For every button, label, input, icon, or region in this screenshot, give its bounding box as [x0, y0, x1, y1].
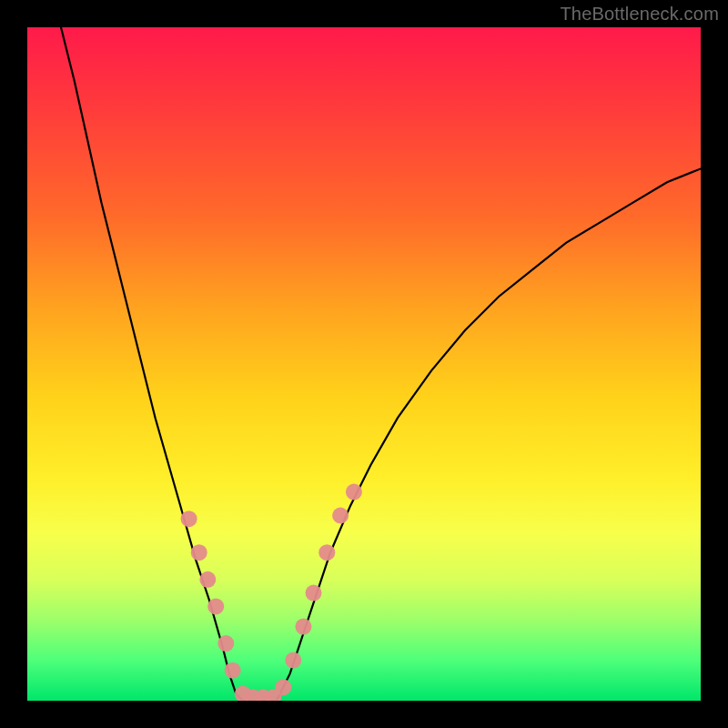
marker-dot: [217, 635, 234, 652]
marker-dot: [295, 619, 311, 635]
marker-dot: [199, 571, 216, 588]
marker-dot: [275, 679, 291, 695]
curve-right-path: [277, 168, 701, 701]
marker-dot: [346, 484, 362, 500]
marker-dot: [306, 585, 322, 602]
marker-dot: [191, 544, 207, 561]
curve-group: [61, 27, 701, 701]
marker-group: [181, 484, 362, 701]
chart-frame: TheBottleneck.com: [0, 0, 728, 728]
plot-area: [27, 27, 701, 701]
chart-svg: [27, 27, 701, 701]
marker-dot: [318, 544, 335, 561]
marker-dot: [181, 511, 197, 527]
watermark-text: TheBottleneck.com: [560, 4, 719, 25]
marker-dot: [332, 508, 349, 524]
marker-dot: [207, 598, 224, 614]
marker-dot: [225, 662, 241, 679]
marker-dot: [285, 652, 301, 669]
